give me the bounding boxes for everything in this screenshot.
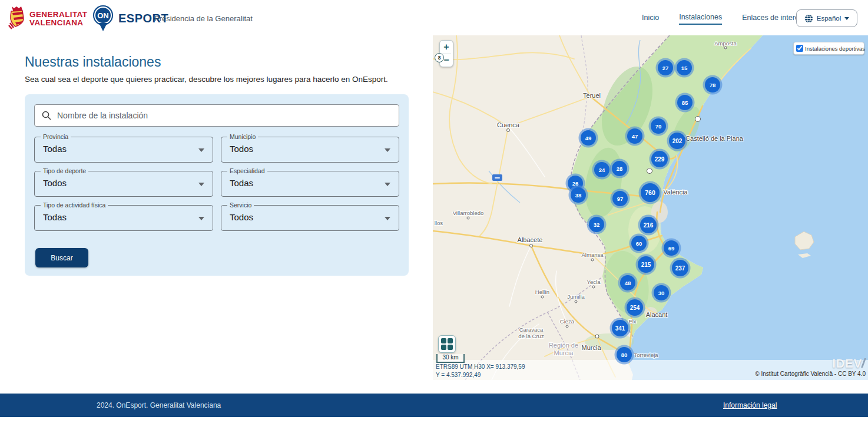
filter-label: Municipio — [227, 133, 258, 140]
legal-info-link[interactable]: Información legal — [723, 401, 777, 409]
footer-copyright: 2024. OnEsport. Generalitat Valenciana — [97, 401, 221, 409]
gva-logo-text: GENERALITAT VALENCIANA — [29, 11, 87, 27]
filter-select[interactable]: Provincia Todas — [34, 137, 213, 163]
nav-item[interactable]: Inicio — [642, 14, 659, 24]
filter-label: Servicio — [227, 201, 254, 209]
chevron-down-icon — [198, 183, 204, 186]
coords-line2: Y = 4.537.992,49 — [436, 371, 525, 379]
chevron-down-icon — [844, 17, 849, 20]
search-filters-panel: Provincia Todas Municipio Todos Tipo de … — [25, 94, 409, 276]
cluster-marker[interactable]: 215 — [638, 256, 654, 273]
filter-select[interactable]: Servicio Todos — [221, 205, 399, 231]
filter-select[interactable]: Municipio Todos — [221, 137, 399, 163]
chevron-down-icon — [198, 217, 204, 220]
cluster-marker[interactable]: 38 — [571, 187, 586, 203]
filter-label: Provincia — [41, 133, 71, 140]
filter-value: Todas — [43, 212, 67, 222]
filter-label: Tipo de deporte — [41, 167, 88, 174]
onesport-pin-icon: ON — [92, 5, 114, 32]
cluster-marker[interactable]: 254 — [627, 299, 643, 316]
buscar-button[interactable]: Buscar — [35, 248, 88, 267]
globe-icon — [804, 14, 813, 23]
cluster-marker[interactable]: 30 — [654, 285, 669, 300]
idev-watermark: IDEV — [832, 357, 862, 371]
cluster-marker[interactable]: 48 — [620, 275, 635, 290]
zoom-in-button[interactable]: + — [440, 41, 453, 54]
map-zoom-control: + − 8 — [439, 40, 453, 67]
layer-toggle: Instalaciones deportivas — [793, 42, 864, 55]
language-selector[interactable]: Español — [796, 9, 857, 27]
cluster-marker[interactable]: 60 — [631, 236, 647, 251]
page-title: Nuestras instalaciones — [25, 54, 161, 70]
cluster-marker[interactable]: 27 — [658, 60, 673, 75]
cluster-marker[interactable]: 24 — [594, 162, 609, 177]
map[interactable]: AmpostaTeruelCuencaCastelló de la PlanaV… — [433, 35, 868, 380]
cluster-marker[interactable]: 97 — [612, 191, 628, 206]
language-label: Español — [817, 15, 842, 22]
main-nav: Inicio Instalaciones Enlaces de interés — [642, 13, 803, 25]
cluster-marker[interactable]: 760 — [641, 183, 660, 202]
page-subtitle: Sea cual sea el deporte que quieres prac… — [25, 75, 388, 84]
nav-item[interactable]: Enlaces de interés — [742, 14, 803, 24]
filter-select[interactable]: Especialidad Todas — [221, 171, 399, 197]
filter-value: Todas — [230, 178, 253, 188]
filter-select[interactable]: Tipo de deporte Todos — [34, 171, 213, 197]
map-markers-layer: 2715788570472024922924282638977603221660… — [433, 35, 868, 380]
chevron-down-icon — [385, 183, 390, 186]
cluster-marker[interactable]: 32 — [589, 217, 604, 232]
cluster-marker[interactable]: 80 — [617, 347, 632, 362]
generalitat-valenciana-logo[interactable]: GENERALITAT VALENCIANA — [8, 5, 87, 32]
search-input[interactable] — [57, 111, 392, 120]
map-attribution: © Institut Cartogràfic Valencià - CC BY … — [755, 371, 866, 377]
cluster-marker[interactable]: 15 — [677, 60, 692, 75]
grid-icon — [441, 338, 453, 350]
chevron-down-icon — [385, 217, 390, 220]
cluster-marker[interactable]: 216 — [640, 217, 657, 233]
cluster-marker[interactable]: 70 — [651, 118, 666, 134]
cluster-marker[interactable]: 69 — [664, 240, 679, 256]
zoom-level-badge: 8 — [435, 53, 444, 62]
filter-select[interactable]: Tipo de actividad física Todas — [34, 205, 213, 231]
org-subtitle: Presidencia de la Generalitat — [154, 14, 253, 23]
map-scale-bar: 30 km — [436, 354, 465, 363]
nav-item[interactable]: Instalaciones — [679, 13, 722, 25]
layer-checkbox[interactable] — [796, 45, 803, 52]
cluster-marker[interactable]: 28 — [612, 161, 627, 176]
filter-value: Todos — [230, 212, 253, 222]
filter-label: Especialidad — [227, 167, 267, 174]
cluster-marker[interactable]: 47 — [627, 128, 642, 144]
layer-checkbox-label[interactable]: Instalaciones deportivas — [805, 45, 865, 52]
filter-value: Todos — [43, 178, 67, 188]
header: GENERALITAT VALENCIANA ON ESPORT Preside… — [0, 0, 868, 37]
coords-line1: ETRS89 UTM H30 X= 913.379,59 — [436, 363, 525, 371]
gva-shield-icon — [8, 5, 26, 32]
filter-value: Todos — [230, 144, 253, 154]
cluster-marker[interactable]: 78 — [705, 77, 720, 92]
filter-value: Todas — [43, 144, 67, 154]
cluster-marker[interactable]: 202 — [669, 133, 685, 149]
map-grid-button[interactable] — [438, 335, 456, 353]
chevron-down-icon — [385, 148, 390, 152]
search-icon — [42, 111, 51, 120]
chevron-down-icon — [198, 148, 204, 152]
filter-label: Tipo de actividad física — [41, 201, 108, 209]
facility-search-field[interactable] — [34, 104, 399, 127]
footer: 2024. OnEsport. Generalitat Valenciana I… — [0, 394, 868, 417]
onesport-pin-text: ON — [93, 5, 113, 25]
cluster-marker[interactable]: 49 — [581, 130, 596, 146]
filters-grid: Provincia Todas Municipio Todos Tipo de … — [34, 137, 399, 231]
map-coordinates: ETRS89 UTM H30 X= 913.379,59 Y = 4.537.9… — [436, 363, 525, 379]
cluster-marker[interactable]: 85 — [677, 95, 693, 110]
cluster-marker[interactable]: 237 — [672, 260, 688, 276]
cluster-marker[interactable]: 229 — [651, 151, 668, 167]
page: GENERALITAT VALENCIANA ON ESPORT Preside… — [0, 0, 868, 433]
cluster-marker[interactable]: 341 — [612, 320, 628, 336]
